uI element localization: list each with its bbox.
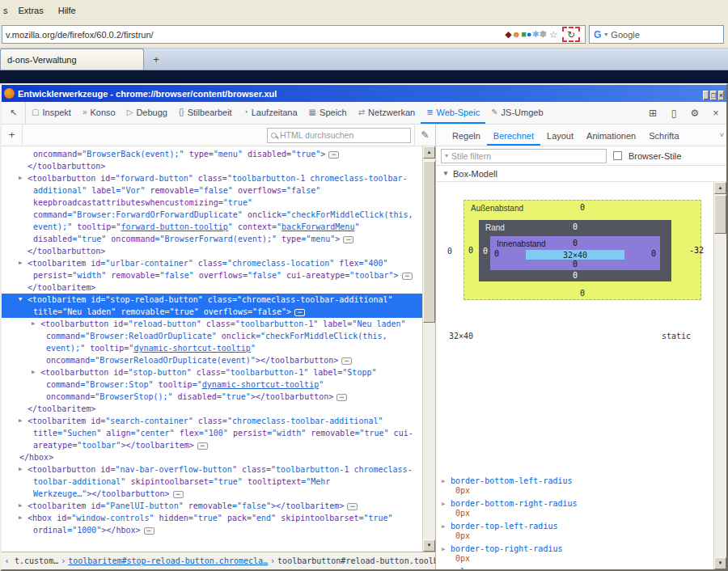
markup-line[interactable]: areatype="toolbar"></toolbaritem>… [2,439,422,451]
grid-icon[interactable]: ⊞ [642,108,663,119]
collapsed-children-pill[interactable]: … [336,394,347,401]
snowflake-addon-icon[interactable]: ✱ [532,29,540,39]
maximize-button[interactable]: □ [710,91,716,100]
collapsed-children-pill[interactable]: … [294,309,305,316]
expand-arrow-icon[interactable]: ▶ [442,478,445,484]
collapsed-children-pill[interactable]: … [347,503,358,510]
expand-arrow-icon[interactable]: ▶ [19,500,22,512]
markup-line[interactable]: </toolbaritem> [2,403,422,415]
expand-arrow-icon[interactable]: ▶ [442,501,445,507]
sidebar-tab-schrifta[interactable]: Schrifta [642,127,685,146]
bookmark-star-icon[interactable]: ☆ [547,29,561,40]
markup-line[interactable]: persist="width" removable="false" overfl… [2,269,422,281]
tab-speich[interactable]: ▦Speich [303,102,353,124]
expand-arrow-icon[interactable]: ▶ [19,257,22,269]
markup-line[interactable]: command="Browser:Stop" tooltip="dynamic-… [2,379,422,391]
minimize-button[interactable]: _ [703,91,709,100]
scroll-down-icon[interactable]: ▼ [423,539,435,552]
collapsed-children-pill[interactable]: … [402,273,413,280]
browser-styles-checkbox[interactable] [613,151,622,160]
collapsed-children-pill[interactable]: … [341,357,352,365]
pick-element-button[interactable]: ↖ [2,102,26,124]
attribute-link[interactable]: forward-button-tooltip [121,222,227,231]
browser-tab-addons[interactable]: d-ons-Verwaltung [0,49,144,70]
breadcrumb-item[interactable]: toolbaritem#stop-reload-button.chromecla… [66,556,270,565]
scrollbar-thumb[interactable] [423,161,435,323]
markup-line[interactable]: title="Suchen" align="center" flex="100"… [2,427,422,439]
expand-arrow-icon[interactable]: ▶ [32,318,35,330]
markup-line[interactable]: ▼<toolbaritem id="stop-reload-button" cl… [2,294,422,306]
expand-arrow-icon[interactable]: ▶ [19,172,22,184]
expand-arrow-icon[interactable]: ▶ [442,569,445,569]
expand-arrow-icon[interactable]: ▶ [32,366,35,379]
url-bar[interactable]: v.mozilla.org/de/firefox/60.0.2/firstrun… [2,25,586,44]
markup-line[interactable]: toolbar-additional" skipintoolbarset="tr… [2,476,422,488]
markup-line[interactable]: ▶<toolbarbutton id="reload-button" class… [2,318,422,330]
sidebar-tab-layout[interactable]: Layout [540,127,580,146]
attribute-link[interactable]: dynamic-shortcut-tooltip [202,380,320,389]
box-model-padding[interactable]: Innenabstand 0 0 0 0 32×40 [490,236,660,270]
breadcrumb-item[interactable]: t.custom… [12,556,61,565]
markup-search-input[interactable] [280,130,407,140]
tab-netzwerkan[interactable]: ⇄Netzwerkan [353,102,421,124]
markup-line[interactable]: additional" label="Vor" removable="false… [2,184,422,197]
collapsed-children-pill[interactable]: … [173,491,184,498]
expand-arrow-icon[interactable]: ▼ [19,294,22,306]
scroll-down-icon[interactable]: ▼ [714,557,726,569]
style-filter-box[interactable]: ▾ [441,149,607,163]
markup-line[interactable]: oncommand="BrowserReloadOrDuplicate(even… [2,354,422,366]
style-filter-input[interactable] [451,151,603,161]
collapsed-children-pill[interactable]: … [144,527,154,535]
markup-line[interactable]: ▶<toolbarbutton id="stop-button" class="… [2,366,422,379]
markup-line[interactable]: ▶<toolbarbutton id="forward-button" clas… [2,172,422,184]
markup-line[interactable]: event);" tooltip="forward-button-tooltip… [2,221,422,233]
sidebar-tab-animationen[interactable]: Animationen [580,127,642,146]
expand-arrow-icon[interactable]: ▶ [19,463,22,476]
scroll-up-icon[interactable]: ▲ [423,146,435,159]
smiley-addon-icon[interactable]: ☻ [512,29,522,39]
close-window-button[interactable]: × [718,91,724,100]
markup-line[interactable]: command="Browser:ForwardOrForwardDuplica… [2,209,422,221]
markup-line[interactable]: event);" tooltip="dynamic-shortcut-toolt… [2,342,422,354]
twisty-icon[interactable]: ▼ [442,170,449,177]
markup-line[interactable]: disabled="true" oncommand="BrowserForwar… [2,233,422,245]
reload-button-highlight[interactable]: ↻ [562,27,580,42]
box-model-margin[interactable]: Außenabstand 0 0 -32 0 Rand 0 0 0 Innena… [463,200,701,300]
collapsed-children-pill[interactable]: … [343,236,353,243]
tab-stilbearbeit[interactable]: {}Stilbearbeit [173,102,238,124]
markup-line[interactable]: </hbox> [2,451,422,463]
markup-search-box[interactable] [267,128,411,143]
markup-line[interactable]: title="Neu laden" removable="true" overf… [2,306,422,318]
tab-laufzeitana[interactable]: ◔Laufzeitana [238,102,303,124]
search-engine-icon[interactable]: G [594,29,601,40]
markup-line[interactable]: </toolbaritem> [2,281,422,294]
scroll-up-icon[interactable]: ▲ [714,182,726,194]
markup-line[interactable]: Werkzeuge…"></toolbarbutton>… [2,488,422,500]
markup-line[interactable]: oncommand="BrowserBack(event);" type="me… [2,148,422,160]
menu-item-hilfe[interactable]: Hilfe [51,3,83,18]
markup-line[interactable]: ▶<toolbaritem id="search-container" clas… [2,415,422,427]
reload-icon[interactable]: ↻ [567,29,575,40]
menu-item-extras[interactable]: Extras [11,3,51,18]
devices-icon[interactable]: ▯ [663,108,684,119]
tab-debugg[interactable]: ▷Debugg [121,102,173,124]
markup-scrollbar[interactable]: ▲ ▼ [422,146,435,552]
computed-scrollbar[interactable]: ▲ ▼ [713,182,726,569]
markup-line[interactable]: command="Browser:ReloadOrDuplicate" oncl… [2,330,422,342]
breadcrumb-item[interactable]: toolbarbutton#reload-button.toolbarbu [275,556,435,565]
expand-arrow-icon[interactable]: ▶ [19,415,22,427]
add-node-button[interactable]: + [2,125,23,146]
menu-item-partial[interactable]: s [0,3,11,18]
box-model-header[interactable]: ▼ Box-Modell [436,166,726,182]
eyedropper-icon[interactable]: ✎ [414,125,435,146]
tab-js-umgeb[interactable]: ✎JS-Umgeb [485,102,548,124]
new-tab-button[interactable]: + [147,53,165,67]
sidebar-tab-berechnet[interactable]: Berechnet [487,127,540,146]
sidebar-tabs-chevron-icon[interactable]: ˅ [720,131,726,139]
search-bar[interactable]: G ▾ Google [589,25,724,44]
tab-inspekt[interactable]: ▢Inspekt [26,102,77,124]
markup-line[interactable]: oncommand="BrowserStop();" disabled="tru… [2,391,422,403]
tab-konso[interactable]: »Konso [77,102,121,124]
markup-line[interactable]: ▶<hbox id="window-controls" hidden="true… [2,512,422,524]
markup-line[interactable]: ▶<toolbarbutton id="nav-bar-overflow-but… [2,463,422,476]
